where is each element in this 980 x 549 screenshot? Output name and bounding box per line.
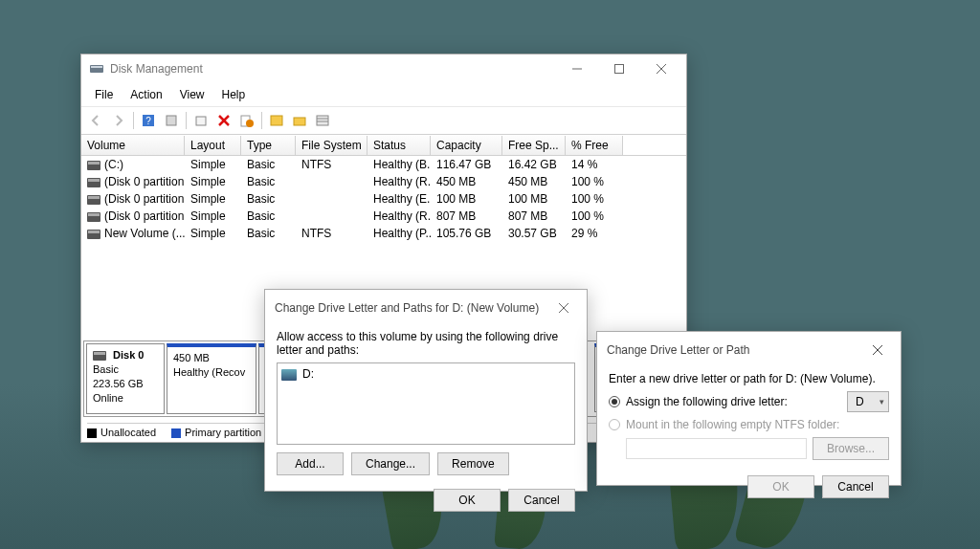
legend-primary: Primary partition [185,427,261,438]
folder-icon[interactable] [289,110,310,131]
scan-icon[interactable] [161,110,182,131]
drive-letter-combo[interactable]: D ▾ [847,391,889,412]
legend-unallocated: Unallocated [100,427,156,438]
disk-status: Online [93,392,123,404]
drive-icon [87,212,100,222]
volume-list[interactable]: Volume Layout Type File System Status Ca… [81,135,686,242]
partition-block[interactable]: 450 MB Healthy (Recov [167,343,256,414]
add-button[interactable]: Add... [277,452,344,475]
radio-icon [609,396,620,407]
table-row[interactable]: (C:)SimpleBasicNTFSHealthy (B...116.47 G… [81,156,686,173]
col-layout[interactable]: Layout [185,136,241,155]
table-row[interactable]: (Disk 0 partition 1)SimpleBasicHealthy (… [81,173,686,190]
svg-text:?: ? [145,116,151,126]
ok-button[interactable]: OK [434,489,501,512]
close-button[interactable] [550,297,577,318]
ok-button: OK [747,475,814,498]
cancel-button[interactable]: Cancel [822,475,889,498]
drive-icon [87,161,100,170]
app-icon [89,61,104,77]
table-row[interactable]: (Disk 0 partition 2)SimpleBasicHealthy (… [81,190,686,208]
properties-icon[interactable] [190,110,212,131]
maximize-button[interactable] [598,55,640,82]
change-drive-letter-or-path-dialog: Change Drive Letter or Path Enter a new … [596,331,902,486]
col-capacity[interactable]: Capacity [431,136,502,155]
drive-icon [87,178,100,187]
delete-icon[interactable] [213,110,234,131]
col-type[interactable]: Type [241,136,296,155]
column-headers[interactable]: Volume Layout Type File System Status Ca… [81,136,686,156]
svg-rect-3 [615,65,624,74]
dialog-title: Change Drive Letter and Paths for D: (Ne… [275,301,550,315]
change-button[interactable]: Change... [351,452,430,475]
col-status[interactable]: Status [368,136,431,155]
table-row[interactable]: (Disk 0 partition 5)SimpleBasicHealthy (… [81,208,686,225]
toolbar: ? [81,107,686,135]
disk-name: Disk 0 [113,349,144,361]
menubar: File Action View Help [81,83,686,107]
list-icon[interactable] [312,110,333,131]
back-button[interactable] [85,110,106,131]
drive-icon [87,230,100,239]
disk-type: Basic [93,363,119,375]
svg-rect-16 [317,116,328,125]
action-icon[interactable] [236,110,257,131]
dialog-instruction: Enter a new drive letter or path for D: … [609,372,889,385]
forward-button[interactable] [108,110,129,131]
disk-size: 223.56 GB [93,378,144,389]
radio-assign-letter[interactable]: Assign the following drive letter: D ▾ [609,391,889,412]
svg-rect-15 [294,118,305,125]
folder-path-input [626,438,807,459]
minimize-button[interactable] [556,55,598,82]
refresh-icon[interactable]: ? [138,110,159,131]
svg-point-13 [246,120,254,127]
menu-help[interactable]: Help [214,85,254,104]
remove-button[interactable]: Remove [437,452,509,475]
svg-rect-14 [271,116,282,125]
close-button[interactable] [864,340,891,361]
table-row[interactable]: New Volume (...SimpleBasicNTFSHealthy (P… [81,225,686,242]
cancel-button[interactable]: Cancel [508,489,575,512]
disk-info[interactable]: Disk 0 Basic 223.56 GB Online [86,343,165,414]
dialog-titlebar[interactable]: Change Drive Letter and Paths for D: (Ne… [265,290,587,326]
radio-mount-folder[interactable]: Mount in the following empty NTFS folder… [609,418,889,431]
col-percentfree[interactable]: % Free [566,136,623,155]
svg-rect-8 [167,116,176,125]
col-volume[interactable]: Volume [81,136,185,155]
menu-file[interactable]: File [87,85,121,104]
browse-button: Browse... [813,437,889,460]
close-button[interactable] [640,55,682,82]
dialog-instruction: Allow access to this volume by using the… [277,330,575,357]
dialog-title: Change Drive Letter or Path [607,343,864,357]
help-icon[interactable] [266,110,287,131]
drive-icon [281,369,297,381]
radio-icon [609,419,620,430]
svg-rect-9 [196,117,206,125]
change-drive-letter-dialog: Change Drive Letter and Paths for D: (Ne… [264,289,588,492]
list-item[interactable]: D: [281,367,570,381]
titlebar[interactable]: Disk Management [81,55,686,83]
col-filesystem[interactable]: File System [296,136,368,155]
chevron-down-icon: ▾ [880,397,884,406]
col-freespace[interactable]: Free Sp... [502,136,566,155]
menu-view[interactable]: View [172,85,212,104]
disk-icon [93,351,106,361]
window-title: Disk Management [110,62,556,76]
dialog-titlebar[interactable]: Change Drive Letter or Path [597,332,901,368]
drive-icon [87,195,100,205]
drive-paths-list[interactable]: D: [277,362,575,445]
svg-rect-1 [91,66,102,68]
menu-action[interactable]: Action [122,85,169,104]
